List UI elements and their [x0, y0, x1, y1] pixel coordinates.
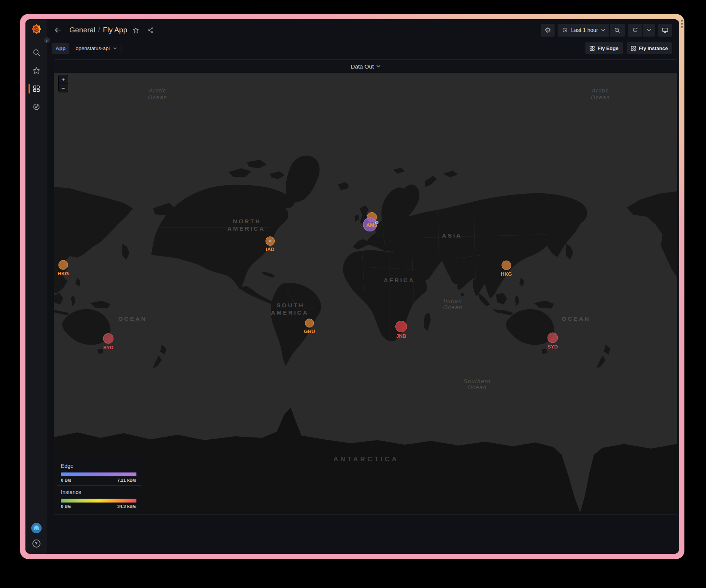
chevron-down-icon — [601, 29, 605, 31]
geomap[interactable]: + − ArcticOceanArcticOceanNORTHAMERICAAS… — [54, 73, 677, 514]
back-button[interactable] — [52, 24, 64, 36]
apps-grid-icon — [631, 46, 636, 51]
time-range-label: Last 1 hour — [571, 27, 598, 33]
map-zoom-in-button[interactable]: + — [59, 75, 68, 84]
top-toolbar: General / Fly App — [47, 19, 679, 41]
gear-icon: ⚙ — [545, 27, 551, 34]
user-avatar[interactable] — [31, 523, 42, 533]
refresh-button[interactable] — [628, 24, 642, 37]
window-frame: ? › General / — [20, 14, 684, 559]
legend-max: 34.3 kB/s — [117, 504, 136, 509]
legend-title: Instance — [61, 489, 136, 495]
screenshot-stage: ? › General / — [0, 0, 706, 588]
legend-range: 0 B/s7.21 kB/s — [61, 478, 136, 482]
panel-header[interactable]: Data Out — [54, 60, 677, 73]
compass-icon — [32, 103, 40, 111]
template-variable-app: App openstatus-api — [52, 43, 121, 54]
sidebar-item-explore[interactable] — [25, 98, 47, 116]
zoom-out-icon — [614, 27, 620, 34]
refresh-interval-dropdown[interactable] — [642, 24, 655, 37]
breadcrumb-page: Fly App — [103, 26, 127, 34]
zoom-out-time-button[interactable] — [609, 24, 625, 37]
sidebar-bottom: ? — [31, 523, 42, 548]
panel-data-out: Data Out — [54, 59, 677, 515]
star-outline-icon — [133, 27, 139, 34]
legend-gradient-bar — [61, 472, 136, 476]
grafana-window: ? › General / — [25, 19, 679, 554]
variable-label: App — [52, 43, 69, 54]
variable-value-dropdown[interactable]: openstatus-api — [71, 43, 121, 54]
frame-handle-dot — [681, 23, 683, 25]
legend-title: Edge — [61, 463, 136, 469]
toolbar-controls: ⚙ Last 1 hour — [541, 24, 672, 37]
map-marker-gru[interactable] — [305, 319, 314, 328]
panel-title: Data Out — [351, 63, 374, 70]
refresh-icon — [632, 27, 638, 33]
main-area: General / Fly App — [47, 19, 679, 554]
help-button[interactable]: ? — [32, 539, 40, 548]
breadcrumb-root[interactable]: General — [69, 26, 96, 34]
chevron-down-icon — [377, 65, 380, 67]
frame-handle-dot — [681, 26, 683, 28]
legend-max: 7.21 kB/s — [117, 478, 136, 482]
map-marker-hkg[interactable] — [59, 260, 68, 270]
map-marker-ams[interactable] — [363, 218, 377, 231]
sidebar-item-starred[interactable] — [25, 62, 47, 80]
star-icon — [32, 67, 40, 75]
sidebar: ? — [25, 19, 47, 554]
link-fly-edge[interactable]: Fly Edge — [585, 42, 623, 54]
map-zoom-out-button[interactable]: − — [59, 84, 68, 92]
star-dashboard-button[interactable] — [129, 24, 142, 36]
map-marker-center-dot — [269, 240, 272, 243]
dashboard-settings-button[interactable]: ⚙ — [541, 24, 555, 37]
legend-section-edge: Edge0 B/s7.21 kB/s — [57, 459, 141, 485]
link-fly-edge-label: Fly Edge — [598, 45, 619, 51]
chevron-down-icon — [647, 29, 651, 31]
grafana-flame-icon — [31, 24, 42, 34]
monitor-icon — [662, 27, 669, 34]
map-marker-syd[interactable] — [548, 333, 558, 343]
legend-section-instance: Instance0 B/s34.3 kB/s — [57, 485, 141, 511]
map-marker-syd[interactable] — [103, 333, 114, 344]
avatar-icon — [31, 523, 42, 533]
map-legend: Edge0 B/s7.21 kB/sInstance0 B/s34.3 kB/s — [57, 459, 141, 511]
chevron-down-icon — [113, 47, 117, 50]
dashboard-links: Fly Edge Fly Instance — [585, 42, 672, 54]
time-picker-group: Last 1 hour — [558, 24, 625, 37]
dashboard-canvas: Data Out — [47, 59, 679, 554]
sidebar-item-search[interactable] — [25, 44, 47, 62]
apps-grid-icon — [590, 46, 595, 51]
legend-min: 0 B/s — [61, 504, 72, 509]
help-label: ? — [35, 541, 37, 546]
map-zoom-controls: + − — [58, 75, 68, 92]
share-dashboard-button[interactable] — [144, 24, 156, 36]
breadcrumb-separator: / — [98, 26, 100, 34]
search-icon — [32, 49, 40, 57]
submenu-bar: App openstatus-api — [47, 41, 679, 59]
dashboards-grid-icon — [32, 85, 40, 93]
map-marker[interactable] — [375, 221, 378, 224]
sidebar-expand-button[interactable]: › — [43, 37, 50, 44]
breadcrumb: General / Fly App — [52, 24, 156, 36]
legend-min: 0 B/s — [61, 478, 72, 482]
world-map — [54, 73, 677, 514]
time-range-picker[interactable]: Last 1 hour — [558, 24, 609, 37]
legend-gradient-bar — [61, 499, 136, 503]
map-marker-hkg[interactable] — [502, 261, 511, 270]
map-marker-jnb[interactable] — [395, 321, 407, 332]
refresh-group — [628, 24, 655, 37]
link-fly-instance-label: Fly Instance — [639, 45, 668, 51]
view-mode-button[interactable] — [658, 24, 672, 37]
link-fly-instance[interactable]: Fly Instance — [627, 42, 672, 54]
legend-range: 0 B/s34.3 kB/s — [61, 504, 136, 509]
variable-value: openstatus-api — [76, 45, 110, 51]
sidebar-item-dashboards[interactable] — [25, 80, 47, 98]
clock-icon — [562, 27, 568, 33]
arrow-left-icon — [54, 26, 62, 34]
grafana-logo-icon[interactable] — [31, 24, 42, 34]
share-icon — [147, 27, 154, 34]
frame-handle-dot — [681, 20, 683, 22]
